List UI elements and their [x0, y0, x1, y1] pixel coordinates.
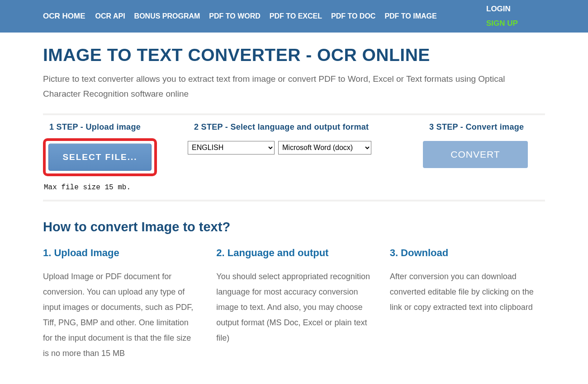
- select-file-highlight-frame: SELECT FILE...: [43, 138, 157, 176]
- language-select[interactable]: ENGLISH: [188, 141, 275, 155]
- convert-button[interactable]: CONVERT: [423, 141, 528, 168]
- nav-link-pdf-to-word[interactable]: PDF TO WORD: [209, 12, 260, 20]
- top-nav-bar: OCR HOME OCR API BONUS PROGRAM PDF TO WO…: [0, 0, 588, 33]
- section-divider: [43, 113, 545, 115]
- step-convert: 3 STEP - Convert image CONVERT: [423, 122, 545, 168]
- nav-link-ocr-api[interactable]: OCR API: [95, 12, 125, 20]
- howto-col2-body: You should select appropriated recogniti…: [216, 269, 371, 346]
- nav-link-pdf-to-excel[interactable]: PDF TO EXCEL: [270, 12, 322, 20]
- step3-title: 3 STEP - Convert image: [423, 122, 545, 138]
- section-divider: [43, 200, 545, 201]
- howto-col3-title: 3. Download: [390, 247, 545, 269]
- max-file-size-note: Max file size 15 mb.: [43, 176, 170, 192]
- select-file-button[interactable]: SELECT FILE...: [48, 144, 152, 171]
- howto-col1-title: 1. Upload Image: [43, 247, 198, 269]
- step2-title: 2 STEP - Select language and output form…: [188, 122, 405, 138]
- howto-col-upload: 1. Upload Image Upload Image or PDF docu…: [43, 247, 198, 361]
- howto-col1-body: Upload Image or PDF document for convers…: [43, 269, 198, 361]
- nav-link-pdf-to-doc[interactable]: PDF TO DOC: [331, 12, 375, 20]
- howto-heading: How to convert Image to text?: [43, 206, 545, 247]
- step1-title: 1 STEP - Upload image: [43, 122, 170, 138]
- howto-col-download: 3. Download After conversion you can dow…: [390, 247, 545, 361]
- page-subtitle: Picture to text converter allows you to …: [43, 71, 545, 113]
- howto-columns: 1. Upload Image Upload Image or PDF docu…: [43, 247, 545, 361]
- page-title: IMAGE TO TEXT CONVERTER - OCR ONLINE: [43, 33, 545, 71]
- step-upload: 1 STEP - Upload image SELECT FILE... Max…: [43, 122, 170, 192]
- howto-col3-body: After conversion you can download conver…: [390, 269, 545, 315]
- steps-row: 1 STEP - Upload image SELECT FILE... Max…: [43, 120, 545, 200]
- nav-link-bonus[interactable]: BONUS PROGRAM: [134, 12, 200, 20]
- output-format-select[interactable]: Microsoft Word (docx): [278, 141, 371, 155]
- howto-col-language: 2. Language and output You should select…: [216, 247, 371, 361]
- step-language-format: 2 STEP - Select language and output form…: [188, 122, 405, 155]
- nav-signup[interactable]: SIGN UP: [486, 19, 518, 28]
- nav-home[interactable]: OCR HOME: [43, 12, 85, 21]
- nav-links-group: OCR API BONUS PROGRAM PDF TO WORD PDF TO…: [95, 12, 487, 20]
- howto-col2-title: 2. Language and output: [216, 247, 371, 269]
- nav-login[interactable]: LOGIN: [486, 5, 511, 14]
- nav-link-pdf-to-image[interactable]: PDF TO IMAGE: [384, 12, 436, 20]
